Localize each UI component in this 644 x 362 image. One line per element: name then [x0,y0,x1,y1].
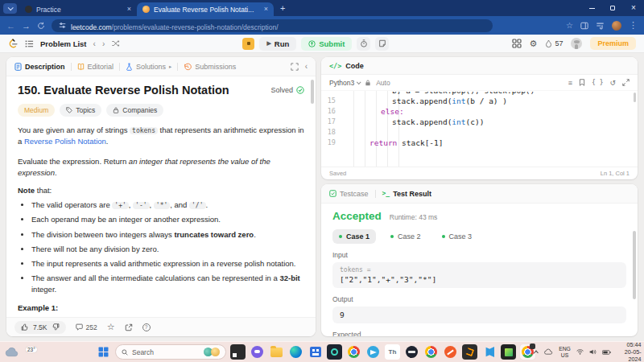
cursor-position[interactable]: Ln 1, Col 1 [601,170,630,177]
comments-counter[interactable]: 252 [76,323,97,331]
reload-icon[interactable] [37,22,45,30]
back-icon[interactable]: ← [6,21,15,31]
notes-icon[interactable] [375,37,389,51]
bookmark-icon[interactable] [579,79,585,86]
streak-counter[interactable]: 57 [545,39,563,48]
browser-profile-avatar[interactable] [612,21,621,31]
telegram-icon[interactable] [365,344,381,360]
maximize-button[interactable] [602,0,623,16]
next-problem-icon[interactable]: › [102,39,105,48]
battery-icon[interactable] [602,349,611,356]
browser-tab-active[interactable]: Evaluate Reverse Polish Notati... × [137,2,274,16]
tab-close-icon[interactable]: × [127,6,131,13]
leetcode-avatar[interactable] [571,38,582,49]
premium-button[interactable]: Premium [590,37,636,50]
app-ring-icon[interactable] [327,344,342,360]
code-line[interactable]: 17stack.append(int(c)) [321,117,638,127]
media-controls-icon[interactable] [596,22,605,30]
tab-submissions[interactable]: Submissions [184,63,236,71]
bookmark-star-icon[interactable]: ☆ [566,21,573,30]
problem-list-icon[interactable] [25,39,34,48]
favorite-star-icon[interactable]: ☆ [107,322,115,332]
topics-chip[interactable]: Topics [60,104,101,117]
browser-tab-practice[interactable]: Practice × [19,2,137,16]
layout-grid-icon[interactable] [512,39,522,48]
language-selector[interactable]: Python3 [329,79,360,87]
tab-solutions[interactable]: Solutions ▸ [126,63,171,71]
companies-chip[interactable]: Companies [106,104,163,117]
shuffle-icon[interactable] [111,39,120,47]
collapse-panel-icon[interactable]: ‹ [305,62,308,71]
thumbs-down-icon[interactable] [52,323,60,331]
volume-icon[interactable] [589,348,597,356]
taskbar-search[interactable]: Search [115,344,226,360]
tab-test-result[interactable]: >_ Test Result [382,190,431,198]
code-line[interactable]: 15stack.append(int(b / a) ) [321,96,638,106]
timer-icon[interactable] [357,37,370,51]
rpn-link[interactable]: Reverse Polish Notation [24,137,106,146]
run-button[interactable]: ▶ Run [259,37,296,51]
tab-editorial[interactable]: Editorial [77,63,114,71]
submit-button[interactable]: Submit [301,37,352,51]
close-button[interactable]: × [623,0,644,16]
problem-list-button[interactable]: Problem List [40,39,87,48]
test-panel-scrollbar[interactable] [633,231,636,299]
case-1-tab[interactable]: Case 1 [332,229,376,244]
side-panel-icon[interactable] [580,22,588,30]
microsoft-store-icon[interactable] [308,344,323,360]
feedback-question-icon[interactable]: ? [142,323,151,331]
case-3-tab[interactable]: Case 3 [436,229,479,244]
format-code-icon[interactable]: ≡ [568,79,572,87]
gear-icon[interactable]: ⚙ [530,39,538,49]
prev-problem-icon[interactable]: ‹ [93,39,96,48]
file-explorer-icon[interactable] [269,344,284,360]
url-bar[interactable]: leetcode.com/problems/evaluate-reverse-p… [52,19,493,32]
onedrive-cloud-icon[interactable] [544,348,553,356]
clock-widget[interactable]: 05:4420-05-2024 [617,341,642,362]
description-content[interactable]: 150. Evaluate Reverse Polish Notation So… [6,76,316,317]
reset-code-icon[interactable]: ↺ [609,79,616,87]
code-line[interactable]: 19return stack[-1] [321,138,638,148]
minimize-button[interactable] [581,0,602,16]
code-tab-label[interactable]: Code [345,62,364,70]
start-button[interactable] [96,344,111,360]
app-green-ide-icon[interactable] [501,344,516,360]
output-box[interactable]: 9 [332,306,626,323]
autocomplete-toggle[interactable]: Auto [376,79,390,87]
share-icon[interactable] [125,323,133,331]
app-dark-square-icon[interactable] [230,344,246,360]
app-dark-circle-icon[interactable] [404,344,419,360]
fullscreen-icon[interactable] [622,79,630,86]
code-scrollbar[interactable] [634,93,636,102]
input-box[interactable]: tokens = ["2","1","+","3","*"] [332,262,626,288]
app-color-wheel-icon[interactable] [346,344,361,360]
site-settings-icon[interactable] [59,22,66,29]
leetcode-logo-icon[interactable] [8,38,19,49]
language-indicator[interactable]: ENGUS [559,346,571,359]
debug-locked-icon[interactable] [242,38,254,50]
new-tab-button[interactable]: + [280,3,285,13]
thumbs-up-icon[interactable] [21,323,28,331]
chrome-icon[interactable] [423,344,439,360]
difficulty-badge[interactable]: Medium [18,104,55,117]
app-th-icon[interactable]: Th [385,344,400,360]
forward-icon[interactable]: → [22,21,31,31]
case-2-tab[interactable]: Case 2 [384,229,427,244]
code-editor[interactable]: b, a = stack.pop(), stack.pop() 15stack.… [321,91,638,167]
tab-description[interactable]: Description [14,63,65,71]
vscode-icon[interactable] [481,344,497,360]
tab-close-icon[interactable]: × [264,6,268,13]
brackets-icon[interactable]: { } [592,79,603,86]
description-scrollbar[interactable] [311,80,314,104]
code-line[interactable]: 18 [321,127,638,138]
sublime-text-icon[interactable] [462,344,477,360]
expand-icon[interactable] [291,63,299,71]
app-chat-icon[interactable] [250,344,265,360]
wifi-icon[interactable] [576,348,584,356]
edge-browser-icon[interactable] [288,344,303,360]
browser-menu-icon[interactable]: ⋮ [629,20,638,31]
tab-testcase[interactable]: Testcase [329,190,369,198]
weather-widget[interactable]: 23° [5,347,19,357]
app-orange-icon[interactable] [443,344,458,360]
code-line[interactable]: 16else: [321,106,638,117]
